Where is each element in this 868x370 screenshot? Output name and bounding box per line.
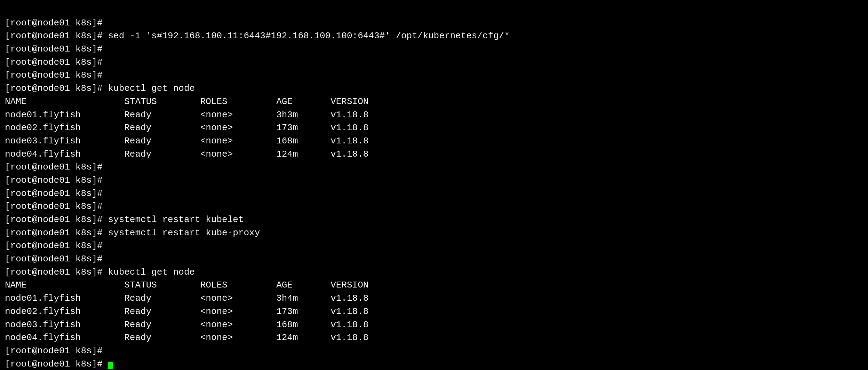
cursor-block xyxy=(108,362,113,369)
terminal-line: node01.flyfish Ready <none> 3h3m v1.18.8 xyxy=(5,109,863,122)
terminal-line: NAME STATUS ROLES AGE VERSION xyxy=(5,95,863,109)
terminal-line: node04.flyfish Ready <none> 124m v1.18.8 xyxy=(5,148,863,161)
terminal-line: [root@node01 k8s]# xyxy=(5,187,863,200)
terminal-line: [root@node01 k8s]# xyxy=(5,200,863,213)
terminal-line: [root@node01 k8s]# sed -i 's#192.168.100… xyxy=(5,30,863,43)
terminal-line: [root@node01 k8s]# xyxy=(5,345,863,358)
terminal-line: node03.flyfish Ready <none> 168m v1.18.8 xyxy=(5,135,863,148)
terminal-line: [root@node01 k8s]# systemctl restart kub… xyxy=(5,227,863,240)
terminal-line: node02.flyfish Ready <none> 173m v1.18.8 xyxy=(5,121,863,135)
terminal-line: [root@node01 k8s]# kubectl get node xyxy=(5,82,863,95)
terminal-line: [root@node01 k8s]# xyxy=(5,56,863,69)
terminal-line: [root@node01 k8s]# xyxy=(5,174,863,187)
terminal-line: [root@node01 k8s]# systemctl restart kub… xyxy=(5,213,863,227)
terminal-line: node02.flyfish Ready <none> 173m v1.18.8 xyxy=(5,305,863,318)
terminal-line: [root@node01 k8s]# xyxy=(5,253,863,266)
terminal-line: [root@node01 k8s]# xyxy=(5,17,863,30)
terminal-line: [root@node01 k8s]# xyxy=(5,358,863,370)
terminal-line: [root@node01 k8s]# xyxy=(5,69,863,82)
terminal-line: [root@node01 k8s]# xyxy=(5,161,863,174)
terminal-line: node04.flyfish Ready <none> 124m v1.18.8 xyxy=(5,331,863,345)
terminal-line: NAME STATUS ROLES AGE VERSION xyxy=(5,279,863,292)
terminal-line: node03.flyfish Ready <none> 168m v1.18.8 xyxy=(5,318,863,332)
terminal-line: node01.flyfish Ready <none> 3h4m v1.18.8 xyxy=(5,292,863,305)
terminal: [root@node01 k8s]#[root@node01 k8s]# sed… xyxy=(5,3,863,370)
terminal-line: [root@node01 k8s]# kubectl get node xyxy=(5,266,863,279)
terminal-line: [root@node01 k8s]# xyxy=(5,239,863,253)
terminal-line: [root@node01 k8s]# xyxy=(5,43,863,56)
